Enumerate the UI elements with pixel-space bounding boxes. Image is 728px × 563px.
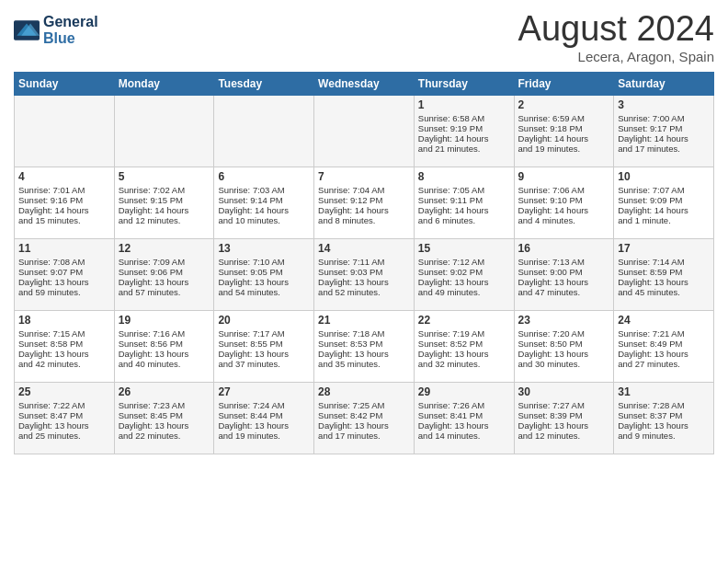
cell-content-line: Daylight: 13 hours — [18, 277, 110, 287]
cell-content-line: Daylight: 14 hours — [518, 133, 610, 144]
cell-content-line: Daylight: 13 hours — [618, 277, 710, 287]
cell-content-line: Daylight: 14 hours — [318, 205, 410, 215]
cell-content-line: Daylight: 13 hours — [418, 277, 510, 287]
cell-content-line: Sunset: 9:06 PM — [119, 267, 210, 277]
calendar-body: 1Sunrise: 6:58 AMSunset: 9:19 PMDaylight… — [15, 96, 714, 454]
cell-content-line: Sunset: 8:44 PM — [218, 410, 310, 420]
cell-content-line: Sunrise: 7:09 AM — [119, 257, 210, 267]
header: General Blue August 2024 Lecera, Aragon,… — [14, 9, 714, 64]
calendar-cell: 28Sunrise: 7:25 AMSunset: 8:42 PMDayligh… — [314, 383, 415, 454]
day-number: 2 — [518, 98, 610, 111]
cell-content-line: and 19 minutes. — [218, 431, 310, 441]
cell-content-line: and 59 minutes. — [18, 287, 110, 297]
cell-content-line: Daylight: 13 hours — [218, 420, 310, 431]
cell-content-line: and 45 minutes. — [618, 287, 710, 297]
day-number: 1 — [418, 98, 510, 111]
calendar-cell: 17Sunrise: 7:14 AMSunset: 8:59 PMDayligh… — [614, 239, 714, 311]
calendar-cell: 6Sunrise: 7:03 AMSunset: 9:14 PMDaylight… — [214, 167, 314, 239]
calendar-cell: 14Sunrise: 7:11 AMSunset: 9:03 PMDayligh… — [314, 239, 415, 311]
cell-content-line: and 49 minutes. — [418, 287, 510, 297]
cell-content-line: Sunset: 9:17 PM — [618, 123, 710, 133]
cell-content-line: Sunrise: 7:07 AM — [618, 185, 710, 195]
calendar-cell: 9Sunrise: 7:06 AMSunset: 9:10 PMDaylight… — [514, 167, 614, 239]
cell-content-line: and 12 minutes. — [518, 431, 610, 441]
cell-content-line: Sunset: 9:07 PM — [18, 267, 110, 277]
calendar-cell: 31Sunrise: 7:28 AMSunset: 8:37 PMDayligh… — [614, 383, 714, 454]
calendar-cell: 1Sunrise: 6:58 AMSunset: 9:19 PMDaylight… — [414, 96, 514, 167]
cell-content-line: and 47 minutes. — [518, 287, 610, 297]
cell-content-line: and 4 minutes. — [518, 215, 610, 225]
cell-content-line: Daylight: 13 hours — [318, 420, 410, 431]
cell-content-line: Sunset: 8:55 PM — [218, 339, 310, 349]
cell-content-line: Sunset: 9:12 PM — [318, 195, 410, 205]
cell-content-line: Sunset: 9:02 PM — [418, 267, 510, 277]
day-number: 11 — [18, 242, 110, 255]
calendar-table: SundayMondayTuesdayWednesdayThursdayFrid… — [14, 72, 714, 454]
header-cell-saturday: Saturday — [614, 73, 714, 96]
header-cell-tuesday: Tuesday — [214, 73, 314, 96]
cell-content-line: Sunrise: 7:04 AM — [318, 185, 410, 195]
day-number: 24 — [618, 314, 710, 327]
day-number: 19 — [119, 314, 210, 327]
calendar-cell: 8Sunrise: 7:05 AMSunset: 9:11 PMDaylight… — [414, 167, 514, 239]
calendar-cell: 18Sunrise: 7:15 AMSunset: 8:58 PMDayligh… — [15, 311, 115, 383]
cell-content-line: Sunrise: 7:27 AM — [518, 400, 610, 410]
day-number: 10 — [618, 170, 710, 183]
calendar-cell: 22Sunrise: 7:19 AMSunset: 8:52 PMDayligh… — [414, 311, 514, 383]
cell-content-line: and 8 minutes. — [318, 215, 410, 225]
cell-content-line: Sunset: 8:58 PM — [18, 339, 110, 349]
cell-content-line: Sunrise: 7:28 AM — [618, 400, 710, 410]
cell-content-line: Sunrise: 7:08 AM — [18, 257, 110, 267]
day-number: 20 — [218, 314, 310, 327]
cell-content-line: Sunset: 8:47 PM — [18, 410, 110, 420]
calendar-cell: 24Sunrise: 7:21 AMSunset: 8:49 PMDayligh… — [614, 311, 714, 383]
cell-content-line: Daylight: 13 hours — [618, 349, 710, 359]
cell-content-line: Sunrise: 7:21 AM — [618, 328, 710, 339]
cell-content-line: Sunrise: 7:25 AM — [318, 400, 410, 410]
cell-content-line: Daylight: 13 hours — [318, 349, 410, 359]
page: General Blue August 2024 Lecera, Aragon,… — [0, 0, 728, 464]
calendar-cell: 5Sunrise: 7:02 AMSunset: 9:15 PMDaylight… — [114, 167, 214, 239]
day-number: 16 — [518, 242, 610, 255]
calendar-cell: 19Sunrise: 7:16 AMSunset: 8:56 PMDayligh… — [114, 311, 214, 383]
day-number: 17 — [618, 242, 710, 255]
cell-content-line: and 40 minutes. — [119, 359, 210, 369]
calendar-cell — [114, 96, 214, 167]
cell-content-line: and 12 minutes. — [119, 215, 210, 225]
day-number: 23 — [518, 314, 610, 327]
day-number: 21 — [318, 314, 410, 327]
logo-text: General Blue — [43, 14, 98, 46]
cell-content-line: Sunset: 9:14 PM — [218, 195, 310, 205]
cell-content-line: Daylight: 13 hours — [618, 420, 710, 431]
cell-content-line: Sunrise: 6:59 AM — [518, 113, 610, 123]
week-row-5: 25Sunrise: 7:22 AMSunset: 8:47 PMDayligh… — [15, 383, 714, 454]
cell-content-line: and 22 minutes. — [119, 431, 210, 441]
month-title: August 2024 — [518, 9, 714, 49]
cell-content-line: and 57 minutes. — [119, 287, 210, 297]
calendar-cell: 3Sunrise: 7:00 AMSunset: 9:17 PMDaylight… — [614, 96, 714, 167]
cell-content-line: Daylight: 13 hours — [518, 420, 610, 431]
cell-content-line: Daylight: 13 hours — [318, 277, 410, 287]
cell-content-line: and 1 minute. — [618, 215, 710, 225]
cell-content-line: Daylight: 13 hours — [418, 420, 510, 431]
cell-content-line: Daylight: 14 hours — [418, 205, 510, 215]
logo: General Blue — [14, 14, 98, 46]
cell-content-line: and 15 minutes. — [18, 215, 110, 225]
calendar-cell: 10Sunrise: 7:07 AMSunset: 9:09 PMDayligh… — [614, 167, 714, 239]
cell-content-line: Sunset: 9:18 PM — [518, 123, 610, 133]
cell-content-line: Sunset: 9:09 PM — [618, 195, 710, 205]
cell-content-line: Sunset: 9:19 PM — [418, 123, 510, 133]
cell-content-line: Sunrise: 7:10 AM — [218, 257, 310, 267]
day-number: 28 — [318, 385, 410, 398]
day-number: 4 — [18, 170, 110, 183]
cell-content-line: Daylight: 13 hours — [18, 349, 110, 359]
week-row-3: 11Sunrise: 7:08 AMSunset: 9:07 PMDayligh… — [15, 239, 714, 311]
calendar-cell: 20Sunrise: 7:17 AMSunset: 8:55 PMDayligh… — [214, 311, 314, 383]
cell-content-line: and 32 minutes. — [418, 359, 510, 369]
day-number: 6 — [218, 170, 310, 183]
cell-content-line: Sunrise: 7:01 AM — [18, 185, 110, 195]
day-number: 7 — [318, 170, 410, 183]
cell-content-line: and 6 minutes. — [418, 215, 510, 225]
cell-content-line: Sunset: 8:37 PM — [618, 410, 710, 420]
header-row: SundayMondayTuesdayWednesdayThursdayFrid… — [15, 73, 714, 96]
